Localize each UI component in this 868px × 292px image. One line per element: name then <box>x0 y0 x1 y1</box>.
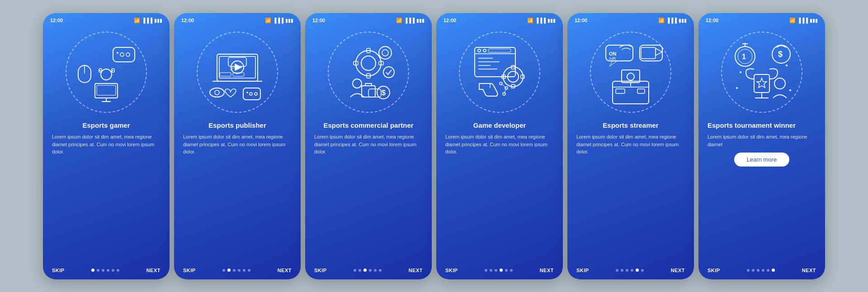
dot-1-5 <box>112 269 114 272</box>
illustration-6: 1 $ <box>717 27 807 117</box>
screen-body-5: Lorem ipsum dolor sit dim amet, mea regi… <box>576 133 685 156</box>
dot-4-2 <box>490 269 492 272</box>
skip-button-1[interactable]: SKIP <box>52 268 65 273</box>
dot-4-6 <box>510 269 513 272</box>
svg-rect-50 <box>488 49 511 52</box>
svg-line-8 <box>99 70 101 71</box>
svg-point-39 <box>382 50 388 56</box>
illustration-5: ON AIR <box>585 27 676 117</box>
screen-body-6: Lorem ipsum dolor sit dim amet, mea regi… <box>708 133 816 148</box>
next-button-6[interactable]: NEXT <box>802 268 816 273</box>
screen-esports-gamer: 12:00 📶 ▐▐▐ ▮▮▮ <box>43 13 170 279</box>
status-bar-4: 12:00 📶 ▐▐▐ ▮▮▮ <box>436 13 563 25</box>
esports-gamer-icon <box>75 41 138 104</box>
skip-button-2[interactable]: SKIP <box>183 268 196 273</box>
status-bar-3: 12:00 📶 ▐▐▐ ▮▮▮ <box>305 13 432 25</box>
dot-1-6 <box>117 269 119 272</box>
screen-esports-publisher: 12:00 📶 ▐▐▐ ▮▮▮ <box>174 13 301 279</box>
illustration-1 <box>61 27 151 117</box>
svg-text:ON: ON <box>609 51 617 56</box>
bottom-nav-6: SKIP NEXT <box>698 264 825 279</box>
svg-point-27 <box>255 93 257 95</box>
svg-point-40 <box>353 79 362 88</box>
skip-button-5[interactable]: SKIP <box>576 268 589 273</box>
svg-point-96 <box>789 89 791 91</box>
next-button-4[interactable]: NEXT <box>540 268 554 273</box>
status-bar-2: 12:00 📶 ▐▐▐ ▮▮▮ <box>174 13 301 25</box>
dot-6-6 <box>772 269 775 272</box>
content-area-1: Esports gamer Lorem ipsum dolor sit dim … <box>43 117 170 264</box>
dot-3-3 <box>363 269 367 272</box>
dot-4-1 <box>485 269 487 272</box>
screen-body-4: Lorem ipsum dolor sit dim amet, mea regi… <box>445 133 554 156</box>
svg-text:AIR: AIR <box>609 56 616 61</box>
status-icons-5: 📶 ▐▐▐ ▮▮▮ <box>658 18 687 23</box>
signal-icon-3: ▐▐▐ <box>404 18 415 23</box>
screen-title-2: Esports publisher <box>183 121 292 130</box>
next-button-5[interactable]: NEXT <box>671 268 685 273</box>
bottom-nav-2: SKIP NEXT <box>174 264 301 279</box>
screen-game-developer: 12:00 📶 ▐▐▐ ▮▮▮ <box>436 13 563 279</box>
dot-2-1 <box>222 269 225 272</box>
dots-6 <box>747 269 775 272</box>
status-icons-4: 📶 ▐▐▐ ▮▮▮ <box>527 18 556 23</box>
signal-icon: ▐▐▐ <box>142 18 152 23</box>
battery-icon-3: ▮▮▮ <box>416 18 425 23</box>
battery-icon-5: ▮▮▮ <box>679 18 687 23</box>
dot-6-4 <box>762 269 764 272</box>
svg-point-94 <box>786 65 788 66</box>
dots-2 <box>222 269 250 272</box>
content-area-6: Esports tournament winner Lorem ipsum do… <box>698 117 825 264</box>
svg-point-49 <box>483 49 486 52</box>
illustration-2 <box>192 27 283 117</box>
wifi-icon-6: 📶 <box>789 18 796 23</box>
dot-2-2 <box>227 269 231 272</box>
screens-container: 12:00 📶 ▐▐▐ ▮▮▮ <box>34 4 834 288</box>
next-button-1[interactable]: NEXT <box>146 268 160 273</box>
status-bar-5: 12:00 📶 ▐▐▐ ▮▮▮ <box>567 13 694 25</box>
dot-3-6 <box>379 269 382 272</box>
dot-2-6 <box>248 269 250 272</box>
svg-point-23 <box>210 88 224 97</box>
dot-5-3 <box>626 269 628 272</box>
dot-3-1 <box>354 269 356 272</box>
esports-publisher-icon <box>203 38 271 106</box>
battery-icon-2: ▮▮▮ <box>285 18 293 23</box>
dot-1-1 <box>91 269 94 272</box>
svg-rect-79 <box>616 89 625 93</box>
illustration-4 <box>454 27 545 117</box>
svg-point-3 <box>120 53 124 56</box>
svg-point-92 <box>774 78 785 89</box>
bottom-nav-1: SKIP NEXT <box>43 264 170 279</box>
screen-title-4: Game developer <box>445 121 554 130</box>
svg-text:$: $ <box>382 89 386 97</box>
dot-2-4 <box>238 269 241 272</box>
status-time-5: 12:00 <box>575 18 587 23</box>
status-icons-2: 📶 ▐▐▐ ▮▮▮ <box>265 18 293 23</box>
svg-marker-19 <box>235 64 241 70</box>
svg-marker-91 <box>757 78 767 88</box>
screen-esports-streamer: 12:00 📶 ▐▐▐ ▮▮▮ ON AIR <box>567 13 694 279</box>
svg-point-26 <box>250 93 252 95</box>
learn-more-button[interactable]: Learn more <box>734 153 789 167</box>
next-button-3[interactable]: NEXT <box>409 268 423 273</box>
svg-marker-72 <box>656 48 662 56</box>
esports-streamer-icon: ON AIR <box>597 38 665 106</box>
status-bar-1: 12:00 📶 ▐▐▐ ▮▮▮ <box>43 13 170 25</box>
next-button-2[interactable]: NEXT <box>278 268 292 273</box>
svg-point-48 <box>478 49 481 52</box>
svg-rect-80 <box>637 89 645 93</box>
screen-body-2: Lorem ipsum dolor sit dim amet, mea regi… <box>183 133 292 156</box>
dot-4-4 <box>500 269 503 272</box>
signal-icon-2: ▐▐▐ <box>273 18 283 23</box>
dot-6-3 <box>757 269 760 272</box>
wifi-icon: 📶 <box>134 18 140 23</box>
dot-5-2 <box>621 269 623 272</box>
dot-2-3 <box>233 269 236 272</box>
status-icons-1: 📶 ▐▐▐ ▮▮▮ <box>134 18 162 23</box>
dot-3-4 <box>369 269 372 272</box>
skip-button-3[interactable]: SKIP <box>314 268 327 273</box>
screen-title-6: Esports tournament winner <box>708 121 796 130</box>
skip-button-4[interactable]: SKIP <box>445 268 458 273</box>
skip-button-6[interactable]: SKIP <box>708 268 720 273</box>
